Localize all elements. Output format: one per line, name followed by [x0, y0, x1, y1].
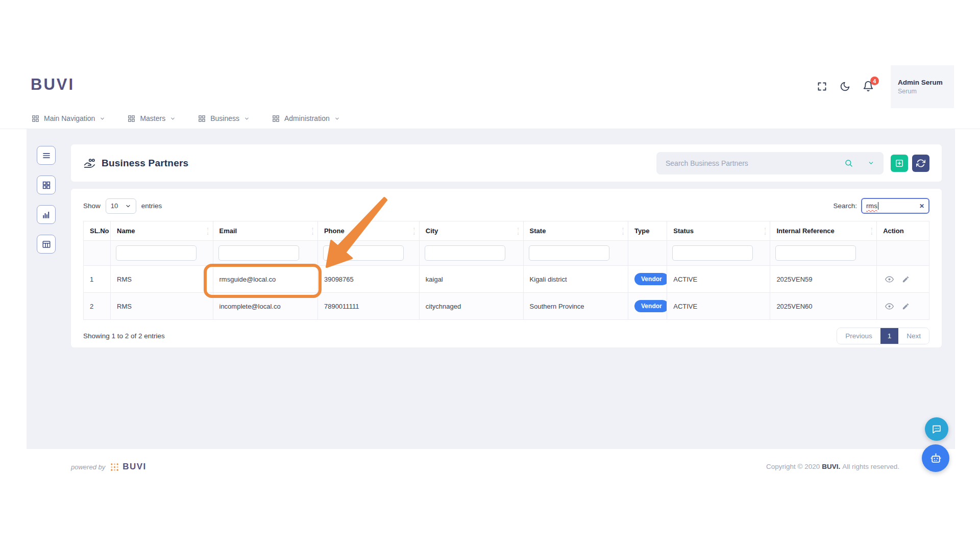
refresh-button[interactable]	[912, 155, 929, 172]
nav-label: Administration	[284, 114, 330, 122]
entries-label: entries	[141, 202, 162, 210]
nav-item-main-navigation[interactable]: Main Navigation	[32, 114, 105, 122]
text-cursor	[878, 202, 879, 210]
view-button[interactable]	[885, 275, 894, 284]
column-label: Name	[117, 227, 135, 235]
column-header-name[interactable]: Name↑↓	[111, 221, 213, 241]
fullscreen-icon	[817, 81, 827, 92]
previous-page-button[interactable]: Previous	[837, 328, 880, 344]
filter-input-name[interactable]	[116, 245, 197, 261]
next-page-button[interactable]: Next	[898, 328, 929, 344]
column-header-phone[interactable]: Phone↑↓	[317, 221, 419, 241]
rail-grid-button[interactable]	[37, 176, 56, 194]
page-title: Business Partners	[102, 158, 188, 169]
assistant-fab-button[interactable]	[922, 444, 949, 472]
nav-item-masters[interactable]: Masters	[128, 114, 176, 122]
app-logo[interactable]: BUVI	[31, 76, 75, 94]
filter-cell-sl-no	[84, 241, 111, 266]
nav-label: Masters	[140, 114, 165, 122]
filter-cell-status	[667, 241, 770, 266]
page-header-card: Business Partners Search Business Partne…	[71, 144, 942, 182]
chevron-down-icon[interactable]	[868, 160, 874, 166]
cell-name: RMS	[111, 293, 213, 320]
rail-chart-button[interactable]	[37, 205, 56, 224]
page-number-button[interactable]: 1	[880, 328, 899, 344]
view-button[interactable]	[885, 302, 894, 311]
column-label: Type	[634, 227, 649, 235]
column-label: State	[530, 227, 546, 235]
chevron-down-icon	[125, 203, 131, 209]
nav-item-administration[interactable]: Administration	[272, 114, 340, 122]
column-label: Email	[219, 227, 237, 235]
nav-label: Main Navigation	[44, 114, 95, 122]
column-header-status[interactable]: Status↑↓	[667, 221, 770, 241]
cell-action	[877, 293, 929, 320]
user-role: Serum	[898, 88, 954, 95]
column-header-city[interactable]: City↑↓	[419, 221, 523, 241]
cell-type: Vendor	[628, 293, 667, 320]
search-icon[interactable]	[844, 159, 853, 168]
copyright-suffix: All rights reserved.	[842, 463, 899, 470]
filter-input-phone[interactable]	[323, 245, 404, 261]
filter-cell-email	[213, 241, 317, 266]
copyright-text: Copyright © 2020BUVI.All rights reserved…	[766, 463, 899, 470]
filter-cell-name	[111, 241, 213, 266]
filter-input-status[interactable]	[672, 245, 753, 261]
nav-item-business[interactable]: Business	[198, 114, 250, 122]
show-label: Show	[83, 202, 101, 210]
notification-count-badge: 4	[870, 77, 879, 85]
type-badge: Vendor	[634, 273, 667, 285]
table-filter-row	[84, 241, 929, 266]
column-header-state[interactable]: State↑↓	[523, 221, 628, 241]
chat-fab-button[interactable]	[925, 417, 948, 441]
dark-mode-button[interactable]	[840, 81, 850, 92]
filter-cell-internal-reference	[770, 241, 877, 266]
filter-input-city[interactable]	[425, 245, 505, 261]
fullscreen-button[interactable]	[817, 81, 827, 92]
robot-icon	[929, 452, 943, 465]
module-search-input[interactable]: Search Business Partners	[656, 152, 884, 174]
filter-cell-action	[877, 241, 929, 266]
column-label: City	[426, 227, 438, 235]
chevron-down-icon	[170, 116, 176, 121]
notifications-button[interactable]: 4	[863, 81, 874, 92]
sort-icon: ↑↓	[207, 227, 209, 235]
filter-input-internal-reference[interactable]	[775, 245, 856, 261]
bar-chart-icon	[42, 210, 51, 219]
column-header-internal-reference[interactable]: Internal Reference↑↓	[770, 221, 877, 241]
chevron-down-icon	[244, 116, 250, 121]
chat-icon	[931, 423, 942, 435]
page-size-value: 10	[111, 202, 118, 210]
rail-table-button[interactable]	[37, 235, 56, 254]
cell-city: citychnaged	[419, 293, 523, 320]
filter-cell-state	[523, 241, 628, 266]
powered-by-label: powered by	[71, 463, 105, 471]
moon-icon	[840, 81, 850, 92]
cell-email: rmsguide@local.co	[213, 266, 317, 293]
filter-input-state[interactable]	[529, 245, 609, 261]
table-search-input[interactable]: rms ✕	[861, 198, 929, 214]
user-menu[interactable]: Admin Serum Serum	[891, 65, 954, 108]
type-badge: Vendor	[634, 300, 667, 312]
table-icon	[42, 240, 51, 249]
eye-icon	[885, 302, 894, 311]
rail-menu-button[interactable]	[37, 146, 56, 165]
edit-button[interactable]	[902, 276, 910, 283]
table-header-row: SL.No↑↓Name↑↓Email↑↓Phone↑↓City↑↓State↑↓…	[84, 221, 929, 241]
cell-action	[877, 266, 929, 293]
column-header-sl-no[interactable]: SL.No↑↓	[84, 221, 111, 241]
pencil-icon	[902, 303, 910, 310]
add-partner-button[interactable]	[891, 155, 908, 172]
column-header-email[interactable]: Email↑↓	[213, 221, 317, 241]
sort-icon: ↑↓	[517, 227, 520, 235]
filter-input-email[interactable]	[218, 245, 299, 261]
column-header-action: Action	[877, 221, 929, 241]
edit-button[interactable]	[902, 303, 910, 310]
grid-icon	[42, 181, 51, 190]
page-size-select[interactable]: 10	[106, 198, 136, 214]
clear-search-icon[interactable]: ✕	[919, 203, 924, 210]
icon-rail	[37, 146, 56, 254]
cell-status: ACTIVE	[667, 293, 770, 320]
cell-city: kaigal	[419, 266, 523, 293]
table-search-value: rms	[866, 202, 877, 210]
